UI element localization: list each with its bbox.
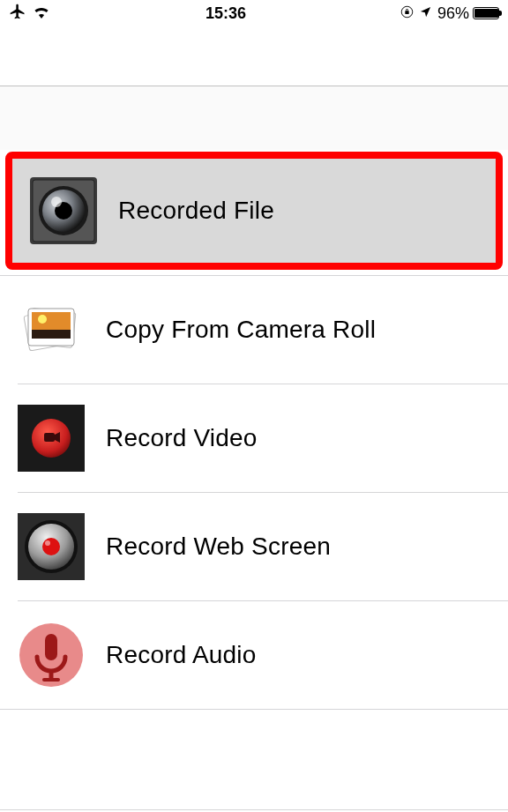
- battery-indicator: 96%: [437, 4, 499, 23]
- microphone-icon: [18, 622, 85, 689]
- bottom-separator: [0, 809, 508, 810]
- battery-icon: [473, 7, 499, 19]
- svg-rect-24: [42, 678, 60, 682]
- menu-item-label: Record Audio: [106, 641, 257, 669]
- menu-item-label: Record Video: [106, 424, 258, 452]
- status-left: [9, 3, 51, 25]
- record-video-icon: [18, 405, 85, 472]
- menu-item-record-web-screen[interactable]: Record Web Screen: [0, 493, 508, 600]
- svg-point-19: [42, 538, 60, 555]
- photo-stack-icon: [18, 296, 85, 363]
- status-right: 96%: [400, 4, 499, 23]
- orientation-lock-icon: [400, 4, 414, 23]
- status-time: 15:36: [205, 4, 246, 23]
- battery-percent-label: 96%: [437, 4, 469, 23]
- svg-point-20: [45, 540, 50, 546]
- location-icon: [419, 4, 432, 23]
- menu-item-record-video[interactable]: Record Video: [0, 384, 508, 492]
- menu-list: Recorded File Copy From Camera Roll: [0, 152, 508, 710]
- status-bar: 15:36 96%: [0, 0, 508, 25]
- menu-item-record-audio[interactable]: Record Audio: [0, 601, 508, 709]
- camera-lens-icon: [30, 177, 97, 244]
- menu-item-label: Recorded File: [118, 197, 274, 225]
- svg-rect-22: [45, 634, 57, 660]
- svg-rect-15: [44, 433, 55, 442]
- menu-item-label: Copy From Camera Roll: [106, 316, 376, 344]
- airplane-mode-icon: [9, 3, 26, 25]
- wifi-icon: [32, 4, 51, 23]
- svg-point-12: [38, 315, 47, 324]
- menu-item-copy-from-camera-roll[interactable]: Copy From Camera Roll: [0, 276, 508, 384]
- battery-fill: [474, 9, 498, 18]
- svg-point-6: [51, 197, 62, 207]
- record-button-icon: [18, 513, 85, 580]
- nav-bar: [0, 25, 508, 86]
- svg-rect-11: [32, 330, 71, 339]
- menu-item-label: Record Web Screen: [106, 533, 331, 561]
- menu-item-recorded-file[interactable]: Recorded File: [5, 152, 503, 270]
- content-gap: [0, 86, 508, 150]
